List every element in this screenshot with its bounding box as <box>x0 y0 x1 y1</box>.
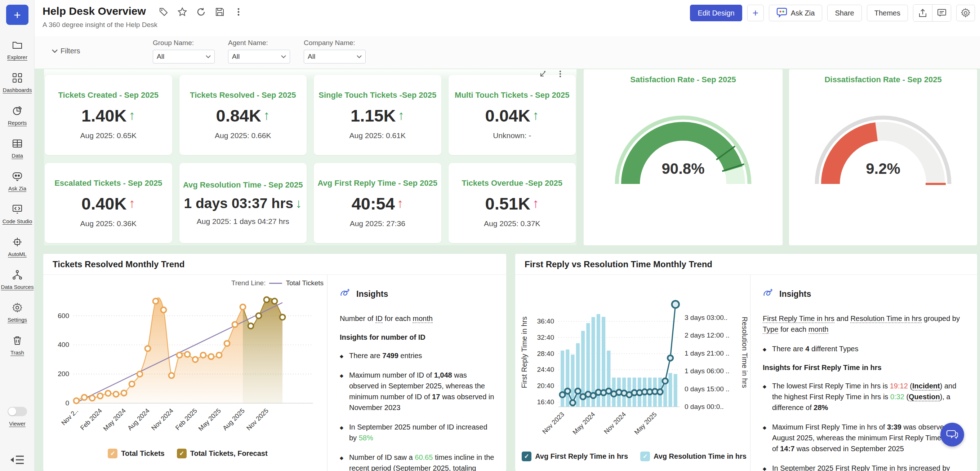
svg-text:Aug 2025: Aug 2025 <box>221 407 246 432</box>
text-segment: for each <box>383 315 412 323</box>
dissatisfaction-gauge-panel[interactable]: Dissatisfaction Rate - Sep 2025 9.2% <box>789 69 977 245</box>
ask-zia-icon <box>776 7 787 19</box>
chat-bubble-icon <box>946 428 958 441</box>
expand-icon[interactable] <box>539 70 547 78</box>
reply-resolution-legend-item-0[interactable]: ✓Avg First Reply Time in hrs <box>522 452 628 461</box>
kpi-card-0[interactable]: Tickets Created - Sep 20251.40K↑Aug 2025… <box>45 75 172 155</box>
viewer-toggle[interactable] <box>8 407 27 416</box>
refresh-icon[interactable] <box>196 7 206 17</box>
filter-agent-name: Agent Name: All <box>228 39 290 64</box>
svg-text:9.2%: 9.2% <box>866 160 900 177</box>
bullet-diamond-icon: ◆ <box>340 353 344 361</box>
insights-heading: Insights <box>340 287 495 301</box>
company-name-select[interactable]: All <box>304 50 366 64</box>
tickets-resolved-legend-item-1[interactable]: ✓Total Tickets, Forecast <box>177 449 268 458</box>
tickets-resolved-chart-zone[interactable]: Trend Line: Total Tickets 0200400600Nov … <box>43 275 327 471</box>
insights-lead: First Reply Time in hrs and Resolution T… <box>763 313 966 335</box>
add-button[interactable]: + <box>747 5 764 21</box>
tickets-resolved-legend-item-0[interactable]: ✓Total Tickets <box>108 449 164 458</box>
text-segment: 7499 <box>382 351 398 359</box>
kpi-card-value: 1.15K↑ <box>350 106 404 126</box>
themes-button[interactable]: Themes <box>867 5 908 21</box>
collapse-sidebar-icon[interactable] <box>10 454 25 466</box>
more-icon[interactable] <box>234 7 243 17</box>
svg-text:20:40: 20:40 <box>537 382 554 390</box>
kpi-card-title: Escalated Tickets - Sep 2025 <box>54 179 162 188</box>
svg-text:0: 0 <box>65 399 69 407</box>
sidebar-item-trash[interactable]: Trash <box>0 331 35 364</box>
reply-resolution-legend-item-1[interactable]: ✓Avg Resolution Time in hrs <box>640 452 746 461</box>
legend-checkbox[interactable]: ✓ <box>640 452 650 461</box>
new-button[interactable]: + <box>6 5 29 25</box>
save-icon[interactable] <box>215 7 224 17</box>
sidebar-item-code-studio[interactable]: Code Studio <box>0 200 35 233</box>
reply-vs-resolution-title: First Reply vs Resolution Time Monthly T… <box>525 259 712 270</box>
insight-bullet: ◆Maximum number of ID of 1,048 was obser… <box>340 370 495 413</box>
kpi-card-subtext: Aug 2025: 1 days 04:27 hrs <box>197 217 289 226</box>
sidebar-item-label: Ask Zia <box>8 185 26 192</box>
sidebar-item-ask-zia[interactable]: Ask Zia <box>0 167 35 200</box>
kpi-card-subtext: Aug 2025: 0.65K <box>80 131 137 140</box>
insights-subheading: Insights for number of ID <box>340 333 495 342</box>
star-icon[interactable] <box>178 7 187 17</box>
satisfaction-gauge-panel[interactable]: Satisfaction Rate - Sep 2025 90.8% <box>584 69 783 245</box>
comment-icon[interactable] <box>932 5 951 21</box>
text-segment: 3:39 <box>887 423 902 431</box>
text-segment: Type <box>763 325 778 334</box>
export-icon[interactable] <box>913 5 932 21</box>
sidebar-item-reports[interactable]: Reports <box>0 102 35 134</box>
kpi-card-3[interactable]: Multi Touch Tickets - Sep 20250.04K↑Unkn… <box>449 75 576 155</box>
header: Help Desk Overview A 360 degree insight … <box>35 0 980 36</box>
kpi-card-6[interactable]: Avg First Reply Time - Sep 202540:54↑Aug… <box>314 163 441 243</box>
sidebar: + ExplorerDashboardsReportsDataAsk ZiaCo… <box>0 0 35 471</box>
tag-icon[interactable] <box>159 7 168 17</box>
group-name-select[interactable]: All <box>153 50 215 64</box>
sidebar-item-automl[interactable]: AutoML <box>0 233 35 266</box>
kpi-card-2[interactable]: Single Touch Tickets -Sep 20251.15K↑Aug … <box>314 75 441 155</box>
company-name-label: Company Name: <box>304 39 366 47</box>
zia-chat-fab[interactable] <box>940 423 964 447</box>
viewer-label: Viewer <box>9 420 25 426</box>
text-segment: Question <box>908 393 940 401</box>
ask-zia-button[interactable]: Ask Zia <box>769 5 822 21</box>
svg-text:0 days 00:0..: 0 days 00:0.. <box>684 403 724 410</box>
sidebar-item-data-sources[interactable]: Data Sources <box>0 266 35 299</box>
svg-text:Nov 2024: Nov 2024 <box>602 411 627 436</box>
reply-vs-resolution-chart[interactable]: 16:4020:4024:4028:4032:4036:400 days 00:… <box>518 280 749 449</box>
dissatisfaction-gauge-title: Dissatisfaction Rate - Sep 2025 <box>789 75 977 85</box>
data-sources-icon <box>12 270 23 282</box>
edit-design-button[interactable]: Edit Design <box>690 5 742 21</box>
sidebar-item-explorer[interactable]: Explorer <box>0 36 35 69</box>
sidebar-item-label: Settings <box>8 317 27 323</box>
agent-name-select[interactable]: All <box>228 50 290 64</box>
legend-checkbox[interactable]: ✓ <box>177 449 187 458</box>
share-button[interactable]: Share <box>827 5 861 21</box>
sidebar-item-label: Dashboards <box>3 87 32 93</box>
text-segment: ( <box>908 382 912 390</box>
sidebar-item-dashboards[interactable]: Dashboards <box>0 69 35 102</box>
kpi-card-5[interactable]: Avg Resolution Time - Sep 20251 days 03:… <box>180 163 307 243</box>
sidebar-item-settings[interactable]: Settings <box>0 299 35 331</box>
kpi-card-title: Tickets Overdue -Sep 2025 <box>461 179 562 188</box>
svg-text:Nov 2025: Nov 2025 <box>245 407 270 432</box>
tickets-resolved-chart[interactable]: 0200400600Nov 2..Feb 2024May 2024Aug 202… <box>48 277 322 447</box>
svg-text:200: 200 <box>58 370 69 378</box>
settings-gear-icon[interactable] <box>956 5 975 21</box>
sidebar-item-data[interactable]: Data <box>0 134 35 167</box>
arrow-up-icon: ↑ <box>398 108 404 123</box>
page-subtitle: A 360 degree insight of the Help Desk <box>43 21 158 29</box>
title-toolbar <box>159 7 243 17</box>
kpi-card-1[interactable]: Tickets Resolved - Sep 20250.84K↑Aug 202… <box>180 75 307 155</box>
text-segment: month <box>808 325 829 334</box>
svg-text:Nov 2..: Nov 2.. <box>60 407 79 426</box>
sidebar-items: ExplorerDashboardsReportsDataAsk ZiaCode… <box>0 36 35 364</box>
legend-checkbox[interactable]: ✓ <box>108 449 118 458</box>
filters-toggle[interactable]: Filters <box>52 47 80 55</box>
kebab-menu-icon[interactable] <box>556 70 564 78</box>
kpi-card-4[interactable]: Escalated Tickets - Sep 20250.40K↑Aug 20… <box>45 163 172 243</box>
text-segment: ID <box>375 315 383 323</box>
kpi-card-7[interactable]: Tickets Overdue -Sep 20250.51K↑Aug 2025:… <box>449 163 576 243</box>
legend-checkbox[interactable]: ✓ <box>522 452 531 461</box>
reply-vs-resolution-chart-zone[interactable]: 16:4020:4024:4028:4032:4036:400 days 00:… <box>515 275 750 471</box>
bullet-diamond-icon: ◆ <box>340 424 344 443</box>
